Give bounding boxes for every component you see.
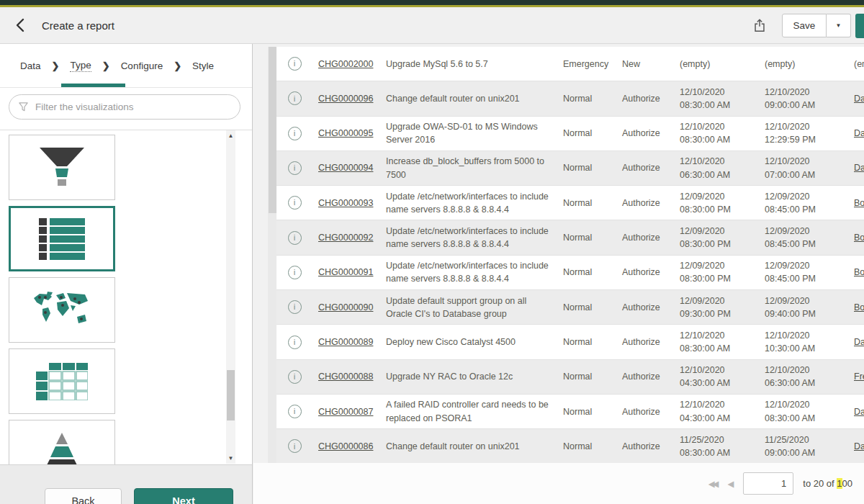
viz-thumbnail-pyramid[interactable] (9, 420, 115, 464)
page-number-input[interactable] (743, 472, 793, 495)
state-cell: Authorize (616, 123, 674, 143)
first-page-icon[interactable]: ◀◀ (708, 479, 717, 489)
filter-visualizations-input[interactable] (35, 102, 231, 112)
short-description-cell: Update /etc/network/interfaces to includ… (380, 221, 557, 254)
share-button[interactable] (747, 13, 772, 37)
priority-cell: Normal (557, 402, 616, 422)
assigned-to-link[interactable]: Bow (854, 233, 864, 243)
change-number-cell: CHG0000094 (312, 158, 380, 178)
pivot-table-icon (36, 363, 88, 400)
save-caret-button[interactable]: ▼ (827, 14, 851, 37)
planned-start-cell: 12/10/2020 04:30:00 AM (674, 360, 759, 393)
assigned-to-link[interactable]: Dav (854, 163, 864, 173)
back-chevron-icon[interactable] (13, 17, 30, 34)
priority-cell: Emergency (557, 54, 616, 74)
info-icon[interactable]: i (288, 91, 302, 105)
planned-start-cell: 12/10/2020 04:30:00 AM (674, 395, 759, 428)
change-number-link[interactable]: CHG0000093 (318, 198, 373, 208)
scroll-down-icon[interactable]: ▼ (226, 455, 235, 462)
info-icon[interactable]: i (288, 439, 302, 453)
state-cell: Authorize (616, 436, 674, 456)
save-button[interactable]: Save (782, 14, 827, 37)
pyramid-chart-icon (39, 433, 85, 465)
assigned-to-link[interactable]: Bow (854, 267, 864, 277)
priority-cell: Normal (557, 123, 616, 143)
change-number-link[interactable]: CHG0000089 (318, 337, 373, 347)
info-icon[interactable]: i (288, 370, 302, 384)
change-request-table: i CHG0002000 Upgrade MySql 5.6 to 5.7 Em… (276, 47, 864, 464)
change-number-cell: CHG0000090 (312, 297, 380, 318)
viz-thumbnail-pivot-table[interactable] (9, 348, 115, 414)
row-info-cell: i (276, 297, 312, 318)
table-row: i CHG0000094 Increase db_block_buffers f… (276, 151, 864, 186)
planned-start-cell: 12/10/2020 08:30:00 AM (674, 325, 759, 359)
change-number-link[interactable]: CHG0000094 (318, 163, 373, 173)
assigned-to-link[interactable]: Bow (854, 302, 864, 312)
assigned-to-link[interactable]: Bow (854, 198, 864, 208)
table-row: i CHG0000087 A failed RAID controller ca… (276, 395, 864, 429)
planned-start-cell: 12/09/2020 09:30:00 PM (674, 291, 759, 324)
info-icon[interactable]: i (288, 405, 302, 418)
priority-cell: Normal (557, 436, 616, 456)
viz-thumbnail-list[interactable] (9, 206, 115, 271)
report-type-panel: Data ❯ Type ❯ Configure ❯ Style (0, 44, 253, 504)
info-icon[interactable]: i (288, 127, 302, 140)
change-number-link[interactable]: CHG0000092 (318, 233, 373, 243)
short-description-cell: A failed RAID controller card needs to b… (380, 395, 557, 428)
change-number-link[interactable]: CHG0000088 (318, 372, 373, 382)
visualization-scrollbar[interactable]: ▲ ▼ (226, 130, 235, 464)
info-icon[interactable]: i (288, 196, 302, 210)
planned-end-cell: (empty) (759, 54, 848, 74)
list-icon (39, 218, 85, 260)
next-button[interactable]: Next (134, 488, 233, 504)
priority-cell: Normal (557, 366, 616, 387)
previous-page-icon[interactable]: ◀ (727, 479, 734, 489)
planned-end-cell: 12/09/2020 08:45:00 PM (759, 256, 848, 289)
info-icon[interactable]: i (288, 57, 302, 71)
assigned-to-link[interactable]: Dav (854, 441, 864, 451)
change-number-link[interactable]: CHG0002000 (318, 59, 373, 69)
info-icon[interactable]: i (288, 161, 302, 175)
info-icon[interactable]: i (288, 300, 302, 314)
info-icon[interactable]: i (288, 231, 302, 245)
short-description-cell: Increase db_block_buffers from 5000 to 7… (380, 151, 557, 184)
world-map-icon (30, 289, 94, 331)
assigned-to-link[interactable]: Dav (854, 337, 864, 347)
viz-thumbnail-map[interactable] (9, 277, 115, 343)
scrollbar-thumb[interactable] (227, 370, 235, 420)
clipped-primary-button[interactable] (855, 14, 864, 38)
assigned-to-link[interactable]: Dav (854, 94, 864, 104)
change-number-link[interactable]: CHG0000086 (318, 441, 373, 451)
tab-style[interactable]: Style (192, 60, 214, 71)
state-cell: Authorize (616, 228, 674, 248)
scroll-up-icon[interactable]: ▲ (226, 132, 235, 139)
change-number-link[interactable]: CHG0000087 (318, 407, 373, 417)
info-icon[interactable]: i (288, 266, 302, 279)
short-description-cell: Deploy new Cisco Catalyst 4500 (380, 332, 557, 352)
planned-start-cell: 12/10/2020 06:30:00 AM (674, 151, 759, 184)
viz-thumbnail-funnel[interactable] (9, 135, 115, 200)
tab-configure[interactable]: Configure (121, 60, 163, 71)
assigned-to-cell: Fre (848, 366, 864, 387)
row-info-cell: i (276, 332, 312, 353)
tab-data[interactable]: Data (20, 60, 41, 71)
change-number-link[interactable]: CHG0000096 (318, 94, 373, 104)
visualization-filter (9, 94, 240, 120)
planned-end-cell: 11/25/2020 09:00:00 AM (759, 430, 848, 463)
assigned-to-cell: Dav (848, 89, 864, 109)
change-number-link[interactable]: CHG0000091 (318, 267, 373, 277)
change-number-link[interactable]: CHG0000095 (318, 128, 373, 138)
back-button[interactable]: Back (45, 488, 122, 504)
assigned-to-link[interactable]: Fre (854, 372, 864, 382)
priority-cell: Normal (557, 297, 616, 318)
table-row: i CHG0000090 Update default support grou… (276, 290, 864, 325)
tab-type[interactable]: Type (70, 60, 91, 72)
info-icon[interactable]: i (288, 336, 302, 349)
scrollbar-thumb[interactable] (269, 47, 276, 213)
assigned-to-link[interactable]: Dav (854, 128, 864, 138)
change-number-cell: CHG0000093 (312, 193, 380, 213)
planned-start-cell: 12/10/2020 08:30:00 AM (674, 117, 759, 150)
change-number-link[interactable]: CHG0000090 (318, 302, 373, 312)
priority-cell: Normal (557, 332, 616, 352)
assigned-to-link[interactable]: Dav (854, 407, 864, 417)
